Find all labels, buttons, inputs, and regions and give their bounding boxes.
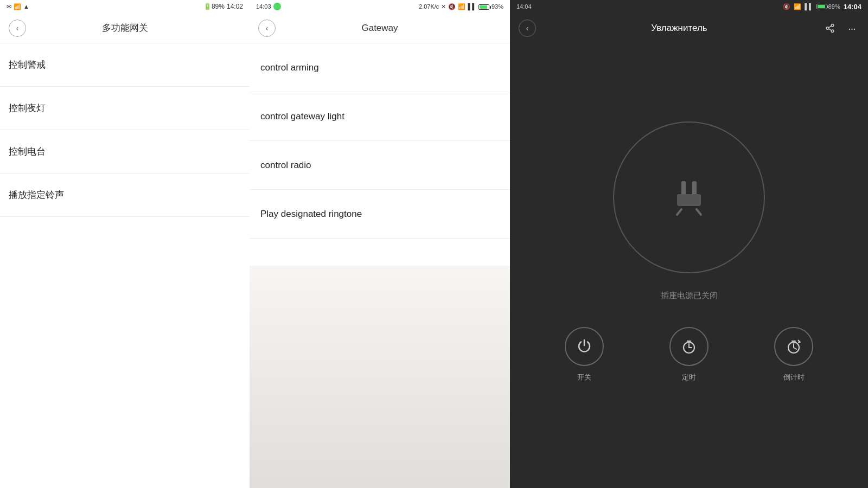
status-right-panel2: 2.07K/c ✕ 🔇 📶 ▌▌ 93% [419, 3, 503, 10]
svg-point-2 [831, 30, 834, 33]
green-dot-panel2 [273, 3, 281, 10]
timer-button-circle[interactable] [669, 327, 709, 366]
gateway-label-radio: control radio [260, 160, 311, 171]
device-circle [613, 121, 765, 273]
wifi-icon-p2: 📶 [458, 3, 465, 10]
nav-bar-panel1: ‹ 多功能网关 [0, 13, 250, 43]
status-right-info: 🔋89% 14:02 [203, 3, 243, 10]
menu-item-control-radio[interactable]: 控制电台 [0, 130, 250, 174]
status-left-icons: ✉ 📶 ▲ [7, 3, 29, 10]
control-row: 开关 定时 [510, 327, 868, 382]
gateway-label-gateway-light: control gateway light [260, 111, 344, 122]
panel2-background-area [250, 266, 510, 488]
mute-icon: 🔇 [448, 3, 456, 10]
time-panel1: 14:02 [227, 3, 243, 10]
device-area: 插座电源已关闭 开关 [510, 43, 868, 488]
gateway-item-control-radio[interactable]: control radio [250, 141, 510, 190]
mute-icon-p3: 🔇 [783, 3, 790, 10]
battery-pct-p3: 89% [828, 3, 840, 10]
svg-point-1 [826, 27, 829, 30]
wifi-icon: ▲ [23, 3, 29, 10]
gateway-item-control-gateway-light[interactable]: control gateway light [250, 92, 510, 141]
signal-icon: 📶 [14, 3, 21, 10]
menu-label-control-arming: 控制警戒 [9, 59, 46, 71]
countdown-label: 倒计时 [783, 373, 805, 382]
gateway-item-play-ringtone[interactable]: Play designated ringtone [250, 190, 510, 239]
nav-bar-panel3: ‹ Увлажнитель ··· [510, 13, 868, 43]
nav-bar-panel2: ‹ Gateway [250, 13, 510, 43]
gateway-list: control arming control gateway light con… [250, 43, 510, 266]
timer-button[interactable]: 定时 [669, 327, 709, 382]
menu-item-control-night-light[interactable]: 控制夜灯 [0, 87, 250, 130]
svg-point-0 [831, 24, 834, 27]
menu-label-play-ringtone: 播放指定铃声 [9, 189, 64, 201]
signal-bars-p2: ▌▌ [468, 3, 476, 10]
menu-list-panel1: 控制警戒 控制夜灯 控制电台 播放指定铃声 [0, 43, 250, 488]
plug-icon [662, 170, 716, 224]
status-left-panel2: 14:03 [256, 3, 281, 10]
timer-label: 定时 [682, 373, 696, 382]
gateway-label-ringtone: Play designated ringtone [260, 209, 362, 220]
svg-line-16 [794, 348, 796, 349]
svg-line-4 [828, 26, 831, 28]
panel-device-control: 14:04 🔇 📶 ▌▌ 89% 14:04 ‹ Увлажнитель [510, 0, 868, 488]
nav-title-panel2: Gateway [276, 23, 484, 34]
time-panel3: 14:04 [516, 3, 532, 10]
menu-label-control-night-light: 控制夜灯 [9, 102, 46, 114]
signal-p3: ▌▌ [805, 3, 813, 10]
battery-p2 [478, 3, 489, 10]
battery-icon: 🔋89% [203, 3, 225, 10]
svg-line-9 [697, 209, 701, 215]
status-bar-panel3: 14:04 🔇 📶 ▌▌ 89% 14:04 [510, 0, 868, 13]
status-right-panel3: 🔇 📶 ▌▌ 89% 14:04 [783, 3, 861, 11]
bt-icon: ✕ [441, 3, 446, 10]
nav-title-panel1: 多功能网关 [26, 22, 224, 34]
battery-p3: 89% [816, 3, 840, 10]
timer-icon [680, 338, 698, 355]
share-icon[interactable] [822, 21, 838, 36]
message-icon: ✉ [7, 3, 11, 10]
svg-line-3 [828, 29, 831, 30]
status-bar-panel1: ✉ 📶 ▲ 🔋89% 14:02 [0, 0, 250, 13]
nav-title-panel3: Увлажнитель [536, 23, 822, 34]
more-icon[interactable]: ··· [844, 21, 859, 36]
countdown-button-circle[interactable] [774, 327, 813, 366]
svg-rect-5 [681, 181, 686, 196]
menu-label-control-radio: 控制电台 [9, 145, 46, 158]
panel-gateway-menu: 14:03 2.07K/c ✕ 🔇 📶 ▌▌ 93% ‹ Gateway con… [250, 0, 510, 488]
menu-item-control-arming[interactable]: 控制警戒 [0, 43, 250, 87]
svg-rect-7 [677, 194, 701, 206]
panel-chinese-menu: ✉ 📶 ▲ 🔋89% 14:02 ‹ 多功能网关 控制警戒 控制夜灯 控制电台 … [0, 0, 250, 488]
back-button-panel3[interactable]: ‹ [519, 20, 536, 37]
power-button-circle[interactable] [565, 327, 604, 366]
back-button-panel1[interactable]: ‹ [9, 20, 26, 37]
back-button-panel2[interactable]: ‹ [258, 20, 276, 37]
nav-icons-panel3: ··· [822, 21, 859, 36]
status-bar-panel2: 14:03 2.07K/c ✕ 🔇 📶 ▌▌ 93% [250, 0, 510, 13]
time-panel2: 14:03 [256, 3, 271, 10]
time-display-p3: 14:04 [844, 3, 861, 11]
gateway-item-control-arming[interactable]: control arming [250, 43, 510, 92]
power-icon [576, 338, 593, 355]
power-label: 开关 [577, 373, 591, 382]
svg-rect-6 [692, 181, 697, 196]
wifi-icon-p3: 📶 [794, 3, 801, 10]
device-status-text: 插座电源已关闭 [661, 291, 718, 301]
gateway-label-arming: control arming [260, 62, 319, 73]
power-button[interactable]: 开关 [565, 327, 604, 382]
signal-text-panel2: 2.07K/c [419, 3, 439, 10]
svg-line-8 [677, 209, 681, 215]
battery-pct-p2: 93% [492, 3, 503, 10]
countdown-button[interactable]: 倒计时 [774, 327, 813, 382]
menu-item-play-ringtone[interactable]: 播放指定铃声 [0, 174, 250, 217]
countdown-icon [785, 338, 802, 355]
